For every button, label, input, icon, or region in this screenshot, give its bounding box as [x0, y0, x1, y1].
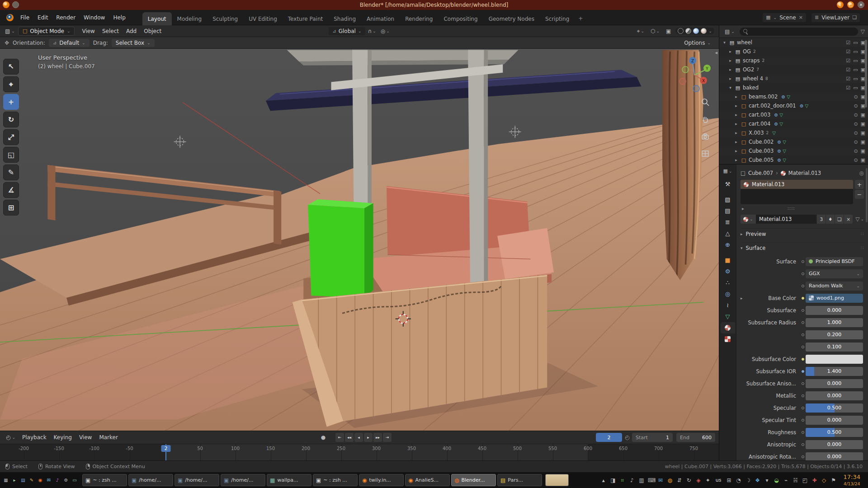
- taskbar-window-4[interactable]: ▣/home/...: [221, 474, 265, 486]
- modifiers-properties-tab[interactable]: ⚙: [721, 266, 735, 277]
- expand-icon[interactable]: ▾: [728, 85, 733, 90]
- menu-file[interactable]: File: [16, 13, 33, 23]
- viewport-menu-object[interactable]: Object: [140, 27, 165, 36]
- animate-decorator[interactable]: [800, 407, 806, 409]
- scene-properties-tab[interactable]: △: [721, 228, 735, 239]
- terminal-launcher[interactable]: ▸: [11, 477, 18, 484]
- settings-launcher[interactable]: ⚙: [62, 477, 70, 484]
- eye-icon[interactable]: ⊙: [854, 121, 858, 127]
- viewport-menu-select[interactable]: Select: [99, 27, 123, 36]
- frame-end-field[interactable]: End600: [676, 433, 715, 442]
- outliner-row-cube-003[interactable]: ▸□Cube.003⚙▽⊙▣: [719, 146, 868, 155]
- solid-shading-button[interactable]: [685, 28, 691, 34]
- dropdown-random-walk[interactable]: Random Walk⌄: [806, 282, 863, 291]
- outliner-row-og[interactable]: ▸▤OG2☑▭▣: [719, 47, 868, 56]
- object-data-properties-tab[interactable]: ▽: [721, 311, 735, 322]
- filter-icon[interactable]: ▽⌄: [855, 216, 864, 222]
- camera-icon[interactable]: ▣: [861, 130, 865, 136]
- screen-icon[interactable]: ▭: [853, 40, 858, 46]
- green-cube[interactable]: [308, 199, 373, 298]
- taskbar-window-2[interactable]: ▣/home/...: [128, 474, 173, 486]
- camera-icon[interactable]: ▣: [861, 121, 865, 127]
- taskbar-window-6[interactable]: ▣~ : zsh ...: [313, 474, 358, 486]
- animate-decorator[interactable]: [800, 297, 806, 300]
- indicator-18-icon[interactable]: ◒: [774, 477, 780, 483]
- expand-icon[interactable]: ▸: [734, 158, 739, 162]
- camera-icon[interactable]: ▣: [861, 148, 865, 154]
- object-properties-tab[interactable]: ■: [721, 254, 735, 266]
- rendered-shading-button[interactable]: [701, 28, 707, 34]
- copy-view-layer-icon[interactable]: ❏: [852, 14, 857, 20]
- filter-icon[interactable]: ▽: [861, 28, 865, 35]
- animate-decorator[interactable]: [800, 455, 806, 458]
- eye-icon[interactable]: ⊙: [854, 94, 858, 100]
- indicator-6-icon[interactable]: ⌨: [648, 477, 654, 483]
- workspace-tab-uv-editing[interactable]: UV Editing: [243, 12, 283, 25]
- animate-decorator[interactable]: [800, 443, 806, 446]
- screen-icon[interactable]: ▭: [853, 67, 858, 73]
- screen-icon[interactable]: ▭: [853, 76, 858, 82]
- camera-icon[interactable]: ▣: [861, 112, 865, 118]
- select-box-tool-button[interactable]: ↖: [3, 59, 19, 75]
- axis-negative-x[interactable]: [679, 78, 686, 84]
- indicator-9-icon[interactable]: ⇵: [676, 477, 683, 483]
- annotate-tool-button[interactable]: ✎: [3, 164, 19, 180]
- indicator-16-icon[interactable]: ❖: [755, 477, 761, 483]
- material-properties-tab[interactable]: [721, 322, 735, 333]
- animate-decorator[interactable]: [800, 431, 806, 434]
- transform-orientation-select[interactable]: ⊿ Global ⌄: [329, 27, 365, 35]
- camera-icon[interactable]: ▣: [861, 139, 865, 145]
- taskbar-window-9[interactable]: ◍Blender...: [451, 474, 496, 486]
- orientation-dropdown[interactable]: ⊿ Default ⌄: [49, 39, 90, 47]
- editor-launcher[interactable]: ✎: [28, 477, 35, 484]
- taskbar-window-7[interactable]: ◉twily.in...: [359, 474, 404, 486]
- value-field-subsurface-aniso[interactable]: 0.000: [806, 379, 863, 388]
- indicator-17-icon[interactable]: ▾: [764, 477, 770, 483]
- shading-options-icon[interactable]: ⌄: [708, 29, 712, 33]
- monitor-launcher[interactable]: ▭: [71, 477, 78, 484]
- animate-decorator[interactable]: [800, 382, 806, 385]
- value-field[interactable]: 0.100: [806, 343, 863, 352]
- jump-to-end-button[interactable]: ⇥: [383, 433, 392, 442]
- properties-scrollbar[interactable]: [866, 168, 868, 222]
- check-icon[interactable]: ☑: [846, 49, 850, 55]
- timeline-menu-view[interactable]: View: [75, 433, 95, 442]
- mail-launcher[interactable]: ✉: [45, 477, 52, 484]
- play-reverse-button[interactable]: ◂: [354, 433, 363, 442]
- workspace-tab-shading[interactable]: Shading: [328, 12, 361, 25]
- animate-decorator[interactable]: [800, 333, 806, 336]
- eye-icon[interactable]: ⊙: [854, 157, 858, 163]
- workspace-tab-geometry-nodes[interactable]: Geometry Nodes: [483, 12, 540, 25]
- value-field-specular-tint[interactable]: 0.000: [806, 416, 863, 425]
- pan-hand-icon[interactable]: [701, 115, 710, 124]
- outliner-row-cart-002-door-001[interactable]: ▸□cart.002_door.001⚙▽⊙▣: [719, 101, 868, 110]
- output-properties-tab[interactable]: ▤: [721, 205, 735, 216]
- viewport-menu-add[interactable]: Add: [123, 27, 140, 36]
- viewport-3d-scene[interactable]: [0, 49, 719, 431]
- menu-render[interactable]: Render: [52, 13, 80, 23]
- workspace-tab-compositing[interactable]: Compositing: [438, 12, 483, 25]
- indicator-21-icon[interactable]: ◰: [802, 477, 808, 483]
- breadcrumb-object[interactable]: Cube.007: [748, 170, 773, 176]
- value-field-subsurface-ior[interactable]: 1.400: [806, 367, 863, 376]
- unlink-scene-icon[interactable]: ×: [799, 14, 803, 20]
- preview-panel-header[interactable]: ▸Preview∷: [741, 228, 864, 239]
- viewport-menu-view[interactable]: View: [78, 27, 98, 36]
- eye-icon[interactable]: ⊙: [854, 112, 858, 118]
- outliner-row-scraps[interactable]: ▸▤scraps2☑▭▣: [719, 56, 868, 65]
- add-cube-tool-button[interactable]: ⊞: [3, 200, 19, 216]
- material-slot-list[interactable]: Material.013: [741, 180, 853, 204]
- indicator-14-icon[interactable]: ◔: [736, 477, 742, 483]
- physics-properties-tab[interactable]: ◎: [721, 288, 735, 300]
- animate-decorator[interactable]: [800, 370, 806, 373]
- taskbar-window-1[interactable]: ▣~ : zsh ...: [82, 474, 127, 486]
- taskbar-window-10[interactable]: ▤Pars...: [497, 474, 542, 486]
- rotate-tool-button[interactable]: ↻: [3, 112, 19, 127]
- eye-icon[interactable]: ⊙: [854, 103, 858, 109]
- workspace-tab-modeling[interactable]: Modeling: [172, 12, 208, 25]
- menu-window[interactable]: Window: [80, 13, 109, 23]
- indicator-8-icon[interactable]: ◍: [667, 477, 673, 483]
- outliner-row-wheel-4[interactable]: ▸▤wheel 48☑▭▣: [719, 74, 868, 83]
- navigation-gizmo[interactable]: Z Y X: [675, 54, 712, 92]
- timeline-menu-marker[interactable]: Marker: [95, 433, 121, 442]
